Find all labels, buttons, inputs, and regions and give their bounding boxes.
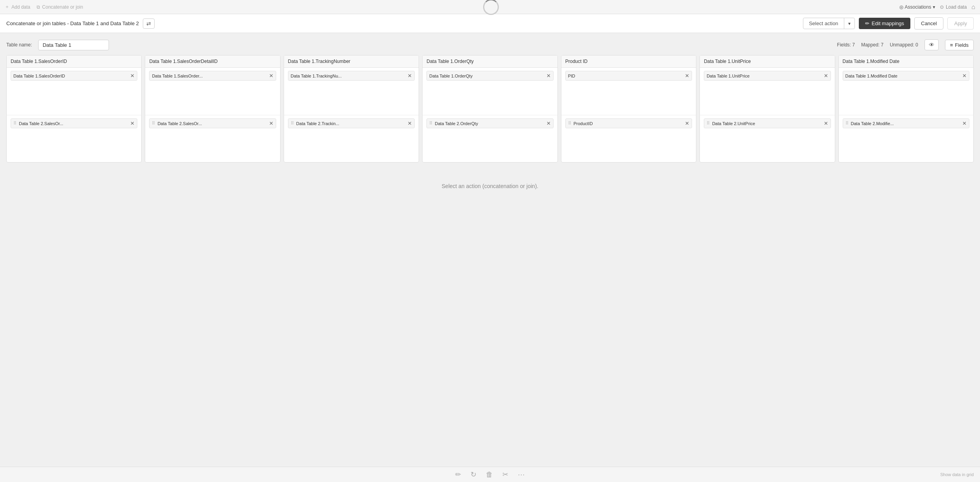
associations-button[interactable]: ◎ Associations ▾ <box>899 4 935 10</box>
edit-icon: ✏ <box>865 20 869 26</box>
fields-btn-label: Fields <box>955 42 969 48</box>
table-name-input[interactable] <box>38 40 109 50</box>
close-dest-0[interactable]: ✕ <box>130 120 135 126</box>
trash-icon: 🗑 <box>486 471 493 478</box>
refresh-icon: ↻ <box>471 471 476 478</box>
mapping-text-6: Data Table 1.Modified Date <box>845 74 961 78</box>
dest-mapping-row-0[interactable]: ⠿Data Table 2.SalesOr...✕ <box>11 118 137 128</box>
select-action-dropdown[interactable]: Select action ▾ <box>803 18 855 29</box>
column-header-5: Data Table 1.UnitPrice <box>700 55 834 68</box>
close-source-6[interactable]: ✕ <box>962 73 967 79</box>
column-body2-6: ⠿Data Table 2.Modifie...✕ <box>839 115 973 162</box>
pencil-tool-button[interactable]: ✏ <box>455 470 461 479</box>
dest-mapping-row-4[interactable]: ⠿ProductID✕ <box>565 118 692 128</box>
drag-handle-4: ⠿ <box>568 121 571 126</box>
column-body2-3: ⠿Data Table 2.OrderQty✕ <box>423 115 557 162</box>
source-mapping-row-0[interactable]: Data Table 1.SalesOrderID✕ <box>11 71 137 81</box>
plus-icon: ＋ <box>5 4 9 10</box>
column-body2-1: ⠿Data Table 2.SalesOr...✕ <box>145 115 280 162</box>
concatenate-join-button[interactable]: ⧉ Concatenate or join <box>37 4 83 10</box>
source-mapping-row-2[interactable]: Data Table 1.TrackingNu...✕ <box>288 71 415 81</box>
table-name-label: Table name: <box>6 42 32 48</box>
column-card-3: Data Table 1.OrderQtyData Table 1.OrderQ… <box>422 55 557 163</box>
column-body-0: Data Table 1.SalesOrderID✕ <box>7 68 141 115</box>
close-source-1[interactable]: ✕ <box>269 73 273 79</box>
chevron-down-icon: ▾ <box>933 4 935 10</box>
page-title: Concatenate or join tables - Data Table … <box>6 20 139 26</box>
source-mapping-row-5[interactable]: Data Table 1.UnitPrice✕ <box>704 71 831 81</box>
dest-mapping-text-4: ProductID <box>574 121 683 126</box>
more-tool-button[interactable]: ⋯ <box>518 470 525 479</box>
close-source-0[interactable]: ✕ <box>130 73 135 79</box>
close-dest-1[interactable]: ✕ <box>269 120 273 126</box>
column-body2-2: ⠿Data Table 2.Trackin...✕ <box>284 115 419 162</box>
dest-mapping-row-2[interactable]: ⠿Data Table 2.Trackin...✕ <box>288 118 415 128</box>
dest-mapping-text-6: Data Table 2.Modifie... <box>851 121 961 126</box>
dropdown-arrow-button[interactable]: ▾ <box>844 18 855 29</box>
apply-button[interactable]: Apply <box>947 17 974 30</box>
dest-mapping-row-6[interactable]: ⠿Data Table 2.Modifie...✕ <box>843 118 969 128</box>
close-dest-3[interactable]: ✕ <box>546 120 551 126</box>
home-button[interactable]: ⌂ <box>971 4 975 11</box>
column-header-0: Data Table 1.SalesOrderID <box>7 55 141 68</box>
column-body-1: Data Table 1.SalesOrder...✕ <box>145 68 280 115</box>
column-body2-5: ⠿Data Table 2.UnitPrice✕ <box>700 115 834 162</box>
column-card-2: Data Table 1.TrackingNumberData Table 1.… <box>284 55 419 163</box>
fields-button[interactable]: ≡ Fields <box>945 40 974 50</box>
close-source-5[interactable]: ✕ <box>824 73 828 79</box>
dest-mapping-row-1[interactable]: ⠿Data Table 2.SalesOr...✕ <box>149 118 276 128</box>
eye-button[interactable]: 👁 <box>925 39 939 50</box>
mapping-text-1: Data Table 1.SalesOrder... <box>152 74 267 78</box>
source-mapping-row-4[interactable]: PID✕ <box>565 71 692 81</box>
load-icon: ⊙ <box>940 4 944 10</box>
fields-count: Fields: 7 <box>837 42 855 48</box>
edit-mappings-label: Edit mappings <box>872 20 904 26</box>
drag-handle-1: ⠿ <box>152 121 155 126</box>
mapping-text-4: PID <box>568 74 683 78</box>
dest-mapping-text-2: Data Table 2.Trackin... <box>296 121 406 126</box>
close-source-3[interactable]: ✕ <box>546 73 551 79</box>
concat-icon: ⧉ <box>37 4 40 10</box>
list-icon: ≡ <box>950 42 953 48</box>
columns-grid: Data Table 1.SalesOrderIDData Table 1.Sa… <box>6 55 974 163</box>
swap-button[interactable]: ⇄ <box>143 18 155 29</box>
column-card-0: Data Table 1.SalesOrderIDData Table 1.Sa… <box>6 55 142 163</box>
column-header-6: Data Table 1.Modified Date <box>839 55 973 68</box>
close-source-2[interactable]: ✕ <box>408 73 412 79</box>
close-source-4[interactable]: ✕ <box>685 73 689 79</box>
drag-handle-2: ⠿ <box>291 121 294 126</box>
column-header-1: Data Table 1.SalesOrderDetailID <box>145 55 280 68</box>
trash-tool-button[interactable]: 🗑 <box>486 471 493 479</box>
table-name-row: Table name: Fields: 7 Mapped: 7 Unmapped… <box>6 39 974 50</box>
column-body-3: Data Table 1.OrderQty✕ <box>423 68 557 115</box>
mapping-text-5: Data Table 1.UnitPrice <box>707 74 822 78</box>
select-action-label: Select action <box>803 18 844 29</box>
bottom-toolbar: ✏ ↻ 🗑 ✂ ⋯ Show data in grid <box>0 467 980 482</box>
source-mapping-row-6[interactable]: Data Table 1.Modified Date✕ <box>843 71 969 81</box>
source-mapping-row-3[interactable]: Data Table 1.OrderQty✕ <box>426 71 553 81</box>
dest-mapping-row-5[interactable]: ⠿Data Table 2.UnitPrice✕ <box>704 118 831 128</box>
add-data-button[interactable]: ＋ Add data <box>5 4 30 10</box>
close-dest-4[interactable]: ✕ <box>685 120 689 126</box>
refresh-tool-button[interactable]: ↻ <box>471 470 476 479</box>
top-nav-right: ◎ Associations ▾ ⊙ Load data ⌂ <box>899 4 975 11</box>
cancel-button[interactable]: Cancel <box>914 17 943 30</box>
close-dest-6[interactable]: ✕ <box>962 120 967 126</box>
loading-spinner-area <box>483 0 499 15</box>
dest-mapping-text-0: Data Table 2.SalesOr... <box>19 121 129 126</box>
load-data-button[interactable]: ⊙ Load data <box>940 4 967 10</box>
cut-tool-button[interactable]: ✂ <box>502 470 508 479</box>
drag-handle-3: ⠿ <box>429 121 432 126</box>
column-card-5: Data Table 1.UnitPriceData Table 1.UnitP… <box>699 55 835 163</box>
dest-mapping-text-1: Data Table 2.SalesOr... <box>157 121 267 126</box>
dest-mapping-row-3[interactable]: ⠿Data Table 2.OrderQty✕ <box>426 118 553 128</box>
dest-mapping-text-3: Data Table 2.OrderQty <box>435 121 544 126</box>
source-mapping-row-1[interactable]: Data Table 1.SalesOrder...✕ <box>149 71 276 81</box>
swap-icon: ⇄ <box>146 20 151 27</box>
close-dest-2[interactable]: ✕ <box>408 120 412 126</box>
edit-mappings-button[interactable]: ✏ Edit mappings <box>859 18 910 29</box>
column-header-4: Product ID <box>561 55 696 68</box>
close-dest-5[interactable]: ✕ <box>824 120 828 126</box>
mapped-count: Mapped: 7 <box>861 42 884 48</box>
load-data-label: Load data <box>946 4 967 10</box>
